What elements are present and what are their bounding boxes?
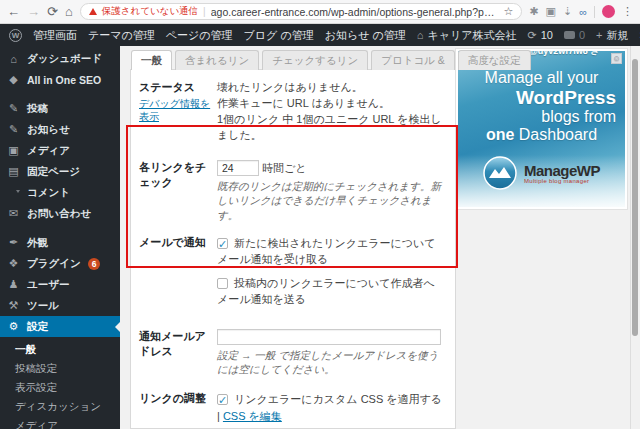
adminbar-comments[interactable]: 0 xyxy=(564,29,585,41)
page-scrollbar[interactable] xyxy=(630,46,640,429)
reload-icon[interactable]: ⟳ xyxy=(47,5,58,18)
sidebar-item-settings[interactable]: ⚙ 設定 xyxy=(0,316,120,337)
submenu-item-writing[interactable]: 投稿設定 xyxy=(0,359,120,378)
plus-icon: + xyxy=(596,29,602,41)
ad-text-line: WordPress xyxy=(458,87,625,108)
adminbar-updates[interactable]: ⟳ 10 xyxy=(527,29,552,42)
gear-icon: ⚙ xyxy=(7,320,20,333)
managewp-tagline: Multiple blog manager xyxy=(524,178,600,184)
ad-text-line: Manage all your xyxy=(458,69,625,87)
wp-admin-bar: W 管理画面 テーマの管理 ページの管理 ブログ の管理 お知らせ の管理 ⌂ … xyxy=(0,24,640,46)
status-row: ステータス デバッグ情報を表示 壊れたリンクはありません。 作業キューに URL… xyxy=(139,80,445,144)
ad-column: こんにちは、4_f@dyv2wf7iw8 さん ☺ Manage all you… xyxy=(455,48,628,210)
adminbar-item-pages[interactable]: ページの管理 xyxy=(166,28,233,43)
link-tweaks-label: リンクの調整 xyxy=(139,391,217,429)
notify-address-label: 通知メールアドレス xyxy=(139,329,217,377)
adminbar-new[interactable]: + 新規 xyxy=(596,28,628,43)
tab-advanced[interactable]: 高度な設定 xyxy=(458,50,531,70)
adminbar-item-news[interactable]: お知らせ の管理 xyxy=(325,28,406,43)
broken-link-css-option[interactable]: リンクエラーにカスタム CSS を適用する | CSS を編集 xyxy=(217,391,445,424)
wordpress-logo-icon[interactable]: W xyxy=(9,29,22,42)
check-interval-label: 各リンクをチェック xyxy=(139,160,217,223)
check-interval-row: 各リンクをチェック 時間ごと 既存のリンクは定期的にチェックされます。新しいリン… xyxy=(139,160,445,223)
adminbar-item-themes[interactable]: テーマの管理 xyxy=(88,28,155,43)
notify-authors-option[interactable]: 投稿内のリンクエラーについて作成者へメール通知を送る xyxy=(217,275,445,308)
updates-icon: ⟳ xyxy=(527,29,536,42)
forward-icon[interactable]: → xyxy=(27,5,40,18)
media-icon: ▣ xyxy=(7,144,20,157)
home-icon: ⌂ xyxy=(417,29,424,41)
adminbar-site-link[interactable]: ⌂ キャリア株式会社 xyxy=(417,28,517,43)
admin-page: ⌂ ダッシュボード ◆ All in One SEO ✎ 投稿 ✎ お知らせ ▣… xyxy=(0,46,640,429)
dashboard-icon: ⌂ xyxy=(7,53,20,65)
back-icon[interactable]: ← xyxy=(7,5,20,18)
browser-menu-icon[interactable]: ⋮ xyxy=(622,5,633,18)
extension-icon-1[interactable]: ✱ xyxy=(529,5,538,18)
ad-frame: こんにちは、4_f@dyv2wf7iw8 さん ☺ Manage all you… xyxy=(455,48,628,210)
main-content: 一般 含まれるリン チェックするリン プロトコル & 高度な設定 ステータス デ… xyxy=(120,46,640,429)
security-warning-icon[interactable] xyxy=(89,8,97,15)
sidebar-item-appearance[interactable]: ✒ 外観 xyxy=(0,232,120,253)
settings-submenu: 一般 投稿設定 表示設定 ディスカッション メディア xyxy=(0,337,120,429)
checkbox-checked-icon[interactable] xyxy=(217,238,228,249)
update-count: 10 xyxy=(541,29,553,41)
sidebar-item-users[interactable]: ♟ ユーザー xyxy=(0,274,120,295)
envelope-icon: ✉ xyxy=(7,207,20,220)
profile-avatar[interactable] xyxy=(602,5,615,18)
bookmark-star-icon[interactable]: ☆ xyxy=(503,5,513,18)
wrench-icon: ⚒ xyxy=(7,299,20,312)
user-icon: ♟ xyxy=(7,278,20,291)
url-text[interactable]: ago.career-entrance.com/wp-admin/options… xyxy=(211,6,499,18)
sidebar-item-media[interactable]: ▣ メディア xyxy=(0,140,120,161)
url-separator: | xyxy=(203,6,206,17)
status-line: 壊れたリンクはありません。 xyxy=(217,80,445,96)
status-text: 壊れたリンクはありません。 作業キューに URL はありません。 1個のリンク … xyxy=(217,80,445,144)
submenu-item-reading[interactable]: 表示設定 xyxy=(0,378,120,397)
security-warning-text[interactable]: 保護されていない通信 xyxy=(102,5,198,18)
tab-links-to-check[interactable]: チェックするリン xyxy=(262,50,368,70)
brush-icon: ✒ xyxy=(7,236,20,249)
plugin-icon: ❖ xyxy=(7,257,20,270)
notify-new-errors-option[interactable]: 新たに検出されたリンクエラーについてメール通知を受け取る xyxy=(217,235,445,268)
submenu-item-discussion[interactable]: ディスカッション xyxy=(0,397,120,416)
sidebar-item-contact[interactable]: ✉ お問い合わせ xyxy=(0,203,120,224)
tab-included-links[interactable]: 含まれるリン xyxy=(175,50,259,70)
pushpin-icon: ✎ xyxy=(7,102,20,115)
sidebar-group-gap xyxy=(0,224,120,232)
pushpin-icon: ✎ xyxy=(7,123,20,136)
sidebar-item-plugins[interactable]: ❖ プラグイン 6 xyxy=(0,253,120,274)
check-interval-description: 既存のリンクは定期的にチェックされます。新しいリンクはできるだけ早くチェックされ… xyxy=(217,179,445,223)
tab-protocols[interactable]: プロトコル & xyxy=(371,50,455,70)
comment-count: 0 xyxy=(579,29,585,41)
sidebar-item-comments[interactable]: コメント xyxy=(0,182,120,203)
site-name: キャリア株式会社 xyxy=(427,28,516,43)
sidebar-item-pages[interactable]: ▤ 固定ページ xyxy=(0,161,120,182)
sidebar-item-tools[interactable]: ⚒ ツール xyxy=(0,295,120,316)
check-interval-input[interactable] xyxy=(217,160,259,176)
ad-text-line: one Dashboard xyxy=(458,126,625,144)
checkbox-unchecked-icon[interactable] xyxy=(217,278,228,289)
adminbar-item-dashboard[interactable]: 管理画面 xyxy=(33,28,77,43)
submenu-item-general[interactable]: 一般 xyxy=(0,340,120,359)
sidebar-item-dashboard[interactable]: ⌂ ダッシュボード xyxy=(0,48,120,69)
link-extension-icon[interactable]: ∞ xyxy=(579,6,587,18)
status-line: 作業キューに URL はありません。 xyxy=(217,96,445,112)
home-icon[interactable]: ⌂ xyxy=(65,5,73,18)
tab-general[interactable]: 一般 xyxy=(131,50,172,70)
scrollbar-thumb[interactable] xyxy=(632,59,638,336)
email-notify-label: メールで通知 xyxy=(139,235,217,315)
sidebar-item-posts[interactable]: ✎ 投稿 xyxy=(0,98,120,119)
checkbox-checked-icon[interactable] xyxy=(217,394,228,405)
sidebar-item-all-in-one-seo[interactable]: ◆ All in One SEO xyxy=(0,69,120,90)
debug-info-link[interactable]: デバッグ情報を表示 xyxy=(139,97,217,124)
address-bar[interactable]: 保護されていない通信 | ago.career-entrance.com/wp-… xyxy=(80,3,523,20)
submenu-item-media[interactable]: メディア xyxy=(0,416,120,429)
download-icon[interactable]: ⇣ xyxy=(563,5,572,18)
edit-css-link[interactable]: CSS を編集 xyxy=(223,410,282,422)
managewp-ad[interactable]: こんにちは、4_f@dyv2wf7iw8 さん ☺ Manage all you… xyxy=(458,51,625,207)
sidebar-item-news[interactable]: ✎ お知らせ xyxy=(0,119,120,140)
notify-address-input[interactable] xyxy=(217,329,441,345)
extension-icon-2[interactable]: ▣ xyxy=(546,5,556,18)
notify-address-row: 通知メールアドレス 設定 → 一般 で指定したメールアドレスを使うには空にしてく… xyxy=(139,329,445,377)
adminbar-item-blog[interactable]: ブログ の管理 xyxy=(244,28,314,43)
